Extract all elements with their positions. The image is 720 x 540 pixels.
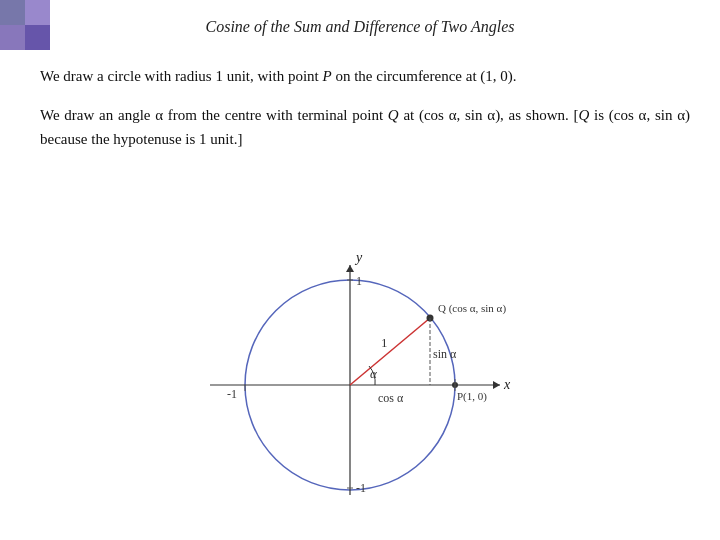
diagram-area: y x 1 -1 -1 P(1, 0) Q (cos α, sin α) sin… [50,240,670,520]
paragraph-2: We draw an angle α from the centre with … [40,104,690,151]
svg-line-5 [350,318,430,385]
paragraph-1: We draw a circle with radius 1 unit, wit… [40,65,690,88]
x-left-neg-one: -1 [227,387,237,401]
radius-one-label: 1 [381,335,388,350]
circle-diagram: y x 1 -1 -1 P(1, 0) Q (cos α, sin α) sin… [50,240,670,520]
title-area: Cosine of the Sum and Difference of Two … [0,18,720,36]
svg-marker-2 [493,381,500,389]
p-point-label: P(1, 0) [457,390,487,403]
page: Cosine of the Sum and Difference of Two … [0,0,720,540]
q-point-label: Q (cos α, sin α) [438,302,506,315]
x-axis-label: x [503,377,511,392]
alpha-label: α [370,366,378,381]
y-bottom-neg-one: -1 [356,481,366,495]
svg-marker-4 [346,265,354,272]
cos-label: cos α [378,391,404,405]
y-top-one: 1 [356,274,362,288]
sin-label: sin α [433,347,457,361]
content-area: We draw a circle with radius 1 unit, wit… [40,65,690,167]
y-axis-label: y [354,250,363,265]
page-title: Cosine of the Sum and Difference of Two … [205,18,514,35]
